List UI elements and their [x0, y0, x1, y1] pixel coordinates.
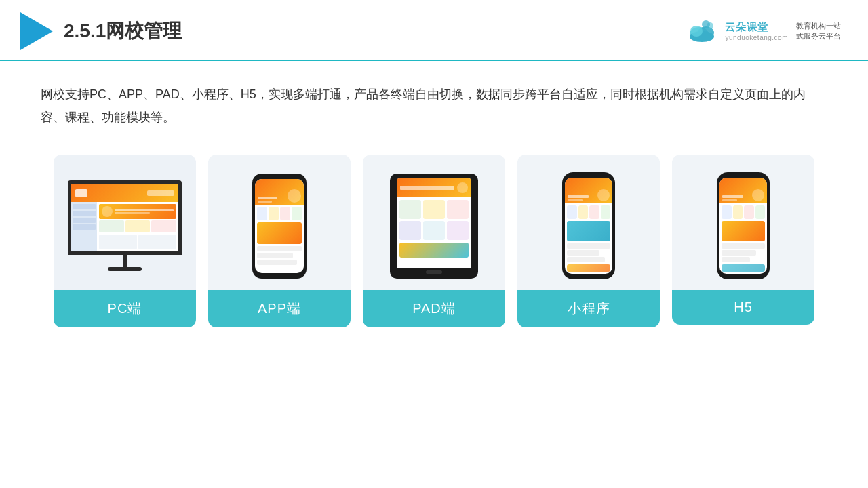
header: 2.5.1网校管理 云朵课堂 yunduoketang.com 教育机构一站式服…	[0, 0, 868, 61]
cloud-icon	[684, 19, 719, 43]
description-text: 网校支持PC、APP、PAD、小程序、H5，实现多端打通，产品各终端自由切换，数…	[0, 61, 868, 136]
header-right: 云朵课堂 yunduoketang.com 教育机构一站式服务云平台	[684, 19, 841, 43]
card-app-image	[208, 155, 351, 290]
phone-notch-mini	[578, 172, 599, 177]
card-pad-label: PAD端	[363, 290, 505, 327]
phone-frame-app	[252, 174, 307, 279]
card-miniprogram-label: 小程序	[517, 290, 660, 327]
brand-text: 云朵课堂 yunduoketang.com	[725, 21, 788, 41]
card-miniprogram-image	[517, 155, 660, 290]
header-left: 2.5.1网校管理	[20, 12, 182, 50]
phone-h5	[717, 172, 770, 279]
brand-slogan: 教育机构一站式服务云平台	[796, 21, 841, 42]
brand-name: 云朵课堂	[725, 21, 768, 34]
svg-point-5	[702, 20, 710, 28]
phone-screen-mini	[565, 178, 612, 274]
card-pc: PC端	[54, 155, 196, 327]
brand-logo	[684, 19, 719, 43]
phone-app	[252, 174, 307, 279]
card-h5-label: H5	[672, 290, 814, 325]
card-pc-image	[54, 155, 196, 290]
phone-frame-mini	[562, 172, 615, 279]
card-h5-image	[672, 155, 814, 290]
phone-screen-h5	[719, 178, 767, 274]
pc-monitor	[68, 180, 182, 271]
tablet-home-button	[426, 270, 442, 274]
card-pad: PAD端	[363, 155, 505, 327]
cards-container: PC端	[0, 136, 868, 348]
phone-miniprogram	[562, 172, 615, 279]
card-pc-label: PC端	[54, 290, 196, 327]
phone-notch	[269, 174, 290, 178]
monitor-screen	[68, 180, 182, 255]
tablet-pad	[390, 174, 478, 279]
play-icon	[20, 12, 53, 50]
page-title: 2.5.1网校管理	[64, 18, 182, 44]
card-miniprogram: 小程序	[517, 155, 660, 327]
card-pad-image	[363, 155, 505, 290]
card-h5: H5	[672, 155, 814, 325]
svg-point-3	[690, 26, 703, 37]
brand-url: yunduoketang.com	[725, 34, 788, 41]
phone-screen-app	[255, 179, 304, 273]
card-app-label: APP端	[208, 290, 351, 327]
phone-frame-h5	[717, 172, 770, 279]
phone-notch-h5	[733, 172, 753, 177]
tablet-frame-pad	[390, 174, 478, 279]
tablet-screen-pad	[397, 178, 471, 268]
card-app: APP端	[208, 155, 351, 327]
